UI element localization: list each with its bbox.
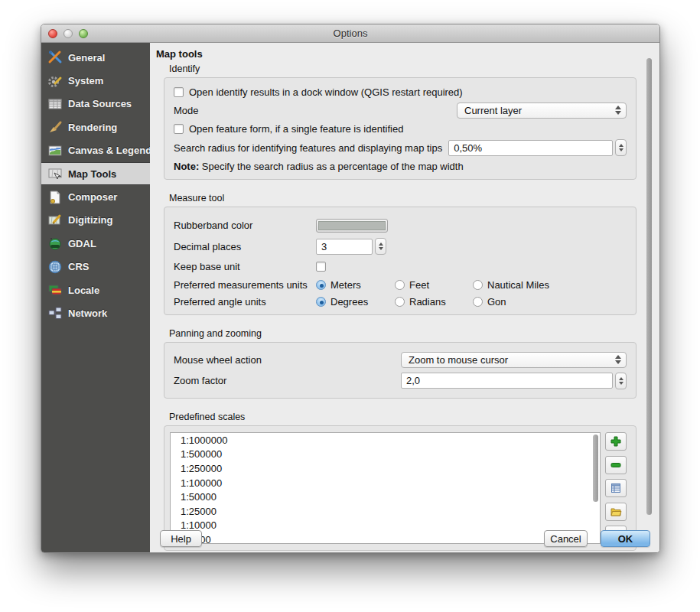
sidebar-item-label: System	[68, 75, 103, 86]
search-radius-spinner[interactable]	[615, 139, 627, 156]
radio-button-icon	[395, 297, 405, 307]
radio-feet-label: Feet	[409, 279, 429, 291]
radio-meters[interactable]: Meters	[316, 279, 395, 291]
sidebar-item-rendering[interactable]: Rendering	[41, 116, 150, 138]
angle-units-label: Preferred angle units	[174, 296, 316, 308]
ok-button[interactable]: OK	[601, 530, 650, 547]
radio-nautical-miles-label: Nautical Miles	[487, 279, 549, 291]
map-tools-panel: Map tools Identify Open identify results…	[150, 43, 659, 552]
radio-gon[interactable]: Gon	[473, 296, 506, 308]
help-button[interactable]: Help	[160, 530, 202, 547]
sidebar-item-map-tools[interactable]: Map Tools	[41, 162, 150, 185]
scale-item[interactable]: 1:500000	[171, 448, 600, 462]
default-list-icon	[610, 482, 622, 494]
sidebar-item-locale[interactable]: Locale	[41, 278, 150, 301]
chevron-updown-icon	[615, 106, 621, 115]
mouse-wheel-value: Zoom to mouse cursor	[409, 354, 508, 366]
predefined-scales-list[interactable]: 1:1000000 1:500000 1:250000 1:100000 1:5…	[170, 432, 601, 544]
add-scale-button[interactable]	[605, 432, 627, 451]
mode-value: Current layer	[464, 105, 522, 116]
radio-button-icon	[473, 297, 483, 307]
close-button[interactable]	[48, 29, 57, 38]
import-scales-button[interactable]	[605, 503, 627, 521]
page-title: Map tools	[156, 48, 659, 60]
measure-section-label: Measure tool	[169, 193, 659, 203]
sidebar-item-label: Locale	[68, 285, 99, 296]
sidebar-item-gdal[interactable]: GDAL	[41, 232, 150, 255]
feature-form-label: Open feature form, if a single feature i…	[189, 123, 403, 135]
note-text: Specify the search radius as a percentag…	[199, 161, 463, 172]
identify-section-label: Identify	[169, 63, 659, 74]
mode-dropdown[interactable]: Current layer	[457, 103, 627, 119]
sidebar-item-data-sources[interactable]: Data Sources	[41, 93, 150, 116]
sidebar-item-crs[interactable]: CRS	[41, 256, 150, 278]
network-computers-icon	[47, 305, 63, 321]
sidebar-item-label: Rendering	[68, 122, 117, 133]
panning-section-label: Panning and zooming	[169, 328, 659, 339]
window-title: Options	[334, 28, 368, 39]
search-radius-value: 0,50%	[454, 142, 482, 154]
sidebar-item-label: Map Tools	[68, 168, 116, 180]
sidebar-item-label: Digitizing	[68, 214, 113, 226]
sidebar-item-system[interactable]: System	[41, 69, 150, 92]
globe-grid-icon	[47, 259, 63, 275]
sidebar-item-label: Data Sources	[68, 98, 132, 109]
scale-item[interactable]: 1:100000	[171, 476, 600, 490]
help-button-label: Help	[171, 533, 191, 545]
minimize-button[interactable]	[63, 29, 73, 38]
scale-item[interactable]: 1:250000	[171, 461, 600, 476]
radio-degrees-label: Degrees	[330, 296, 368, 308]
settings-sidebar: General System Data	[41, 43, 150, 552]
sidebar-item-digitizing[interactable]: Digitizing	[41, 209, 150, 232]
sidebar-item-network[interactable]: Network	[41, 301, 150, 324]
rubberband-color-button[interactable]	[316, 219, 388, 233]
zoom-button[interactable]	[79, 29, 88, 38]
radio-meters-label: Meters	[330, 279, 361, 291]
decimal-places-value: 3	[321, 241, 327, 252]
feature-form-checkbox[interactable]	[174, 124, 184, 134]
add-plus-icon	[610, 435, 622, 448]
table-icon	[47, 96, 63, 112]
list-scrollbar[interactable]	[593, 435, 598, 502]
search-radius-input[interactable]: 0,50%	[448, 140, 613, 156]
decimal-places-spinner[interactable]	[375, 238, 386, 255]
cancel-button[interactable]: Cancel	[544, 530, 588, 547]
scale-item[interactable]: 1:1000000	[171, 433, 600, 448]
zoom-factor-spinner[interactable]	[615, 373, 627, 389]
flags-icon	[47, 282, 63, 298]
radio-nautical-miles[interactable]: Nautical Miles	[473, 279, 549, 291]
gear-wrench-icon	[47, 73, 63, 89]
decimal-places-input[interactable]: 3	[316, 239, 373, 255]
keep-base-unit-checkbox[interactable]	[316, 262, 326, 272]
sidebar-item-canvas-legend[interactable]: Canvas & Legend	[41, 139, 150, 162]
gdal-globe-icon	[47, 236, 63, 251]
scale-item[interactable]: 1:50000	[171, 490, 600, 504]
keep-base-unit-label: Keep base unit	[174, 261, 316, 272]
dock-window-checkbox[interactable]	[174, 87, 184, 97]
sidebar-item-label: Network	[68, 308, 107, 319]
decimal-places-label: Decimal places	[174, 241, 316, 252]
open-folder-icon	[610, 506, 622, 518]
radio-feet[interactable]: Feet	[395, 279, 473, 291]
map-cursor-icon	[47, 166, 63, 181]
map-pencil-icon	[47, 213, 63, 228]
sidebar-item-label: General	[68, 52, 105, 63]
mouse-wheel-dropdown[interactable]: Zoom to mouse cursor	[401, 352, 627, 368]
title-bar[interactable]: Options	[41, 24, 659, 43]
default-scales-button[interactable]	[605, 479, 627, 497]
radio-radians[interactable]: Radians	[395, 296, 473, 308]
chevron-updown-icon	[615, 355, 621, 364]
rubberband-color-label: Rubberband color	[174, 220, 316, 231]
paintbrush-icon	[47, 119, 63, 135]
panning-groupbox: Mouse wheel action Zoom to mouse cursor …	[164, 342, 637, 399]
sidebar-item-label: CRS	[68, 261, 89, 272]
sidebar-item-general[interactable]: General	[41, 46, 150, 69]
zoom-factor-input[interactable]: 2,0	[401, 373, 613, 389]
sidebar-item-composer[interactable]: Composer	[41, 185, 150, 208]
radio-degrees[interactable]: Degrees	[316, 296, 395, 308]
remove-scale-button[interactable]	[605, 456, 627, 474]
document-icon	[47, 190, 63, 205]
content-scrollbar[interactable]	[646, 58, 652, 515]
cancel-button-label: Cancel	[550, 533, 581, 545]
scale-item[interactable]: 1:25000	[171, 504, 600, 519]
